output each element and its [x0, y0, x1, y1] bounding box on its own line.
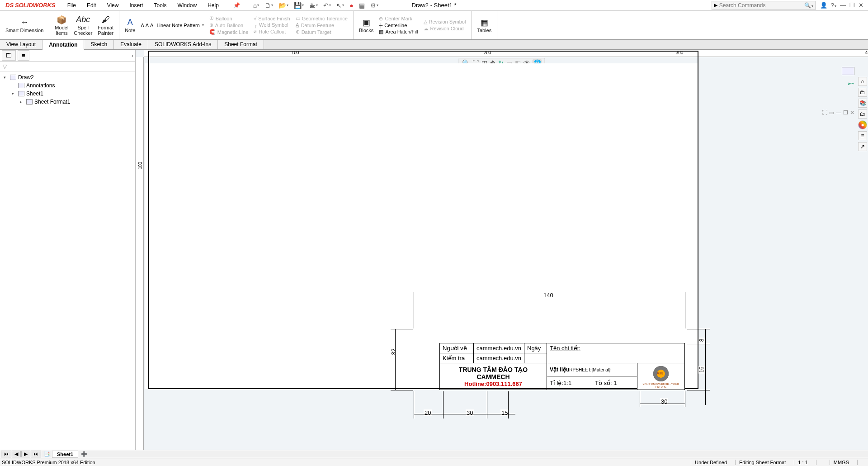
tree-root[interactable]: ▾Draw2 — [4, 73, 132, 81]
magnetic-line-button[interactable]: 🧲Magnetic Line — [209, 29, 249, 35]
nav-prev-icon[interactable]: ◀ — [12, 451, 21, 457]
add-sheet-icon[interactable]: ➕ — [78, 451, 90, 457]
note-button[interactable]: ANote — [122, 17, 138, 34]
title-bar: DS SOLIDWORKS File Edit View Insert Tool… — [0, 0, 868, 11]
quick-access-toolbar: ⌂▾ 🗋▾ 📂▾ 💾▾ 🖶▾ ↶▾ ↖▾ ● ▤ ⚙▾ — [252, 2, 380, 9]
restore-icon[interactable]: ❐ — [849, 2, 855, 9]
status-scale[interactable]: 1 : 1 — [794, 460, 811, 465]
taskpane-home-icon[interactable]: ⌂ — [858, 77, 867, 86]
menu-help[interactable]: Help — [204, 1, 222, 10]
menu-file[interactable]: File — [64, 1, 80, 10]
vp-window-icon[interactable]: ▭ — [829, 109, 834, 116]
blocks-button[interactable]: ▣Blocks — [356, 17, 376, 34]
tb-nguoi-ve-value: cammech.edu.vn — [474, 343, 524, 353]
menu-window[interactable]: Window — [174, 1, 200, 10]
user-icon[interactable]: 👤 — [820, 2, 827, 9]
tables-button[interactable]: ▦Tables — [474, 17, 494, 34]
spell-checker-button[interactable]: AbcSpell Checker — [71, 14, 95, 37]
search-commands[interactable]: ▶ 🔍▾ — [712, 1, 816, 10]
centerline-button[interactable]: ┼Centerline — [379, 23, 418, 28]
balloon-button[interactable]: ①Balloon — [209, 15, 249, 21]
search-icon[interactable]: 🔍▾ — [804, 2, 813, 9]
vp-minimize-icon[interactable]: — — [836, 109, 841, 116]
rebuild-icon[interactable]: ● — [348, 2, 354, 9]
new-icon[interactable]: 🗋▾ — [263, 2, 274, 9]
dim-20: 20 — [424, 409, 432, 416]
format-painter-button[interactable]: 🖌Format Painter — [95, 14, 116, 37]
area-hatch-button[interactable]: ▨Area Hatch/Fill — [379, 29, 418, 35]
center-mark-button[interactable]: ⊕Center Mark — [379, 16, 418, 22]
flyout-icon[interactable]: › — [132, 52, 133, 59]
tables-icon: ▦ — [481, 18, 488, 28]
auto-balloon-button[interactable]: ⊕Auto Balloon — [209, 22, 249, 28]
taskpane-forum-icon[interactable]: ↗ — [858, 142, 867, 151]
centermark-icon: ⊕ — [379, 16, 383, 22]
annotations-icon — [18, 83, 24, 88]
open-icon[interactable]: 📂▾ — [277, 2, 290, 9]
options-icon[interactable]: ⚙▾ — [369, 2, 380, 9]
dim-30a: 30 — [466, 409, 474, 416]
select-icon[interactable]: ↖▾ — [335, 2, 345, 9]
sheet-tab-sheet1[interactable]: Sheet1 — [52, 451, 78, 458]
tree-annotations[interactable]: Annotations — [4, 81, 132, 90]
revision-symbol-button[interactable]: △Revision Symbol — [424, 19, 466, 25]
feature-tree-tab-icon[interactable]: 🗔 — [2, 50, 16, 61]
vp-close-icon[interactable]: ✕ — [850, 109, 854, 116]
revision-cloud-button[interactable]: ☁Revision Cloud — [424, 26, 466, 32]
revert-arrow-icon[interactable]: ⤺ — [848, 79, 854, 89]
tab-evaluate[interactable]: Evaluate — [114, 40, 148, 49]
weld-symbol-button[interactable]: ┌Weld Symbol — [254, 22, 290, 28]
home-icon[interactable]: ⌂▾ — [252, 2, 260, 9]
status-blank2 — [857, 460, 866, 465]
smart-dimension-button[interactable]: ↔ Smart Dimension — [3, 17, 46, 34]
linear-note-pattern-button[interactable]: AAALinear Note Pattern▾ — [141, 23, 203, 28]
app-logo: DS SOLIDWORKS — [0, 2, 61, 9]
tab-annotation[interactable]: Annotation — [42, 40, 84, 50]
tab-sheet-format[interactable]: Sheet Format — [218, 40, 264, 49]
taskpane-palette-icon[interactable]: 🗂 — [858, 109, 867, 119]
property-manager-tab-icon[interactable]: ≡ — [18, 50, 29, 61]
menu-view[interactable]: View — [104, 1, 123, 10]
tree-sheet[interactable]: ▾Sheet1 — [4, 90, 132, 98]
taskpane-chrome-icon[interactable]: ● — [858, 120, 867, 129]
status-units[interactable]: MMGS — [830, 460, 853, 465]
tab-view-layout[interactable]: View Layout — [0, 40, 42, 49]
tb-kiem-tra-value: cammech.edu.vn — [474, 353, 524, 363]
model-items-button[interactable]: 📦Model Items — [52, 14, 71, 37]
save-icon[interactable]: 💾▾ — [292, 2, 305, 9]
tab-sketch[interactable]: Sketch — [84, 40, 114, 49]
taskpane-appearance-icon[interactable]: ≡ — [858, 131, 867, 140]
options-doc-icon[interactable]: ▤ — [358, 2, 366, 9]
pin-icon[interactable]: 📌 — [230, 1, 244, 10]
panel-tab-bar: 🗔 ≡ › — [0, 50, 135, 62]
geometric-tolerance-button[interactable]: ▭Geometric Tolerance — [296, 15, 348, 21]
vp-restore-icon[interactable]: ❐ — [843, 109, 848, 116]
graphics-area[interactable]: 100 200 300 400 100 🔍 ⛶ ◰ ✥ ↻ ▭ ◧ 👁 🌐 14… — [136, 50, 868, 450]
filter-bar[interactable]: ▽ — [0, 62, 135, 71]
nav-last-icon[interactable]: ⏭ — [31, 451, 41, 457]
status-blank1 — [816, 460, 825, 465]
surface-finish-button[interactable]: √Surface Finish — [254, 16, 290, 21]
search-input[interactable] — [719, 2, 804, 9]
nav-next-icon[interactable]: ▶ — [21, 451, 30, 457]
taskpane-library-icon[interactable]: 📚 — [858, 99, 867, 108]
menu-tools[interactable]: Tools — [150, 1, 170, 10]
nav-first-icon[interactable]: ⏮ — [1, 451, 11, 457]
help-icon[interactable]: ?▾ — [831, 2, 836, 9]
menu-insert[interactable]: Insert — [126, 1, 146, 10]
minimize-icon[interactable]: — — [840, 2, 846, 9]
print-icon[interactable]: 🖶▾ — [308, 2, 319, 9]
reference-triad-icon[interactable] — [842, 67, 854, 75]
vp-expand-icon[interactable]: ⛶ — [822, 109, 827, 116]
tab-addins[interactable]: SOLIDWORKS Add-Ins — [148, 40, 218, 49]
sheet-tab-sheets-icon[interactable]: 📑 — [44, 451, 50, 457]
menu-edit[interactable]: Edit — [83, 1, 100, 10]
taskpane-resources-icon[interactable]: 🗀 — [858, 88, 867, 97]
undo-icon[interactable]: ↶▾ — [322, 2, 332, 9]
datum-target-button[interactable]: ⊕Datum Target — [296, 29, 348, 35]
close-icon[interactable]: ✕ — [859, 2, 863, 9]
tree-sheet-format[interactable]: ▸Sheet Format1 — [4, 98, 132, 106]
dimension-icon: ↔ — [20, 18, 28, 28]
datum-feature-button[interactable]: A̲Datum Feature — [296, 22, 348, 28]
hole-callout-button[interactable]: ⌀Hole Callout — [254, 29, 290, 34]
